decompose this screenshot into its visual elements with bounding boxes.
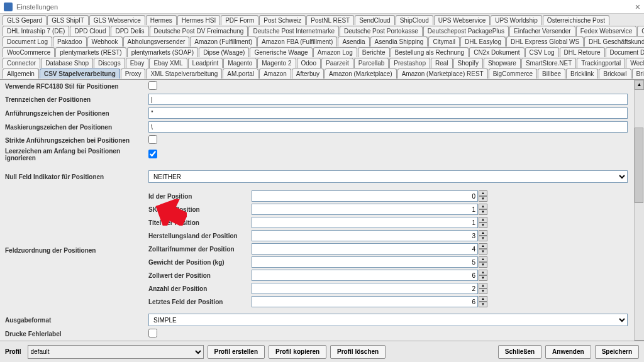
tab-einfacher-versender[interactable]: Einfacher Versender bbox=[509, 26, 575, 36]
tab-gls-webservice[interactable]: GLS Webservice bbox=[89, 15, 145, 25]
tab-dpd-cloud[interactable]: DPD Cloud bbox=[70, 26, 110, 36]
input-maskierung[interactable] bbox=[148, 121, 628, 133]
profil-select[interactable]: default bbox=[28, 345, 204, 359]
tab-bestellung-als-rechnung[interactable]: Bestellung als Rechnung bbox=[391, 47, 469, 57]
profil-kopieren-button[interactable]: Profil kopieren bbox=[269, 345, 326, 359]
spin-up-5[interactable]: ▲ bbox=[479, 256, 487, 262]
spin-up-3[interactable]: ▲ bbox=[479, 230, 487, 236]
tab-pdf-form[interactable]: PDF Form bbox=[221, 15, 258, 25]
tab-asendia-shipping[interactable]: Asendia Shipping bbox=[370, 36, 428, 47]
tab-proxy[interactable]: Proxy bbox=[121, 69, 146, 79]
tab-bigcommerce[interactable]: BigCommerce bbox=[489, 69, 537, 79]
spin-down-2[interactable]: ▼ bbox=[479, 222, 487, 228]
spin-down-4[interactable]: ▼ bbox=[479, 249, 487, 255]
tab-amazon-marketplace-rest[interactable]: Amazon (Marketplace) REST bbox=[397, 69, 488, 79]
tab-shopify[interactable]: Shopify bbox=[453, 58, 483, 68]
nested-input-4[interactable] bbox=[252, 243, 478, 255]
spin-down-8[interactable]: ▼ bbox=[479, 302, 487, 307]
nested-input-2[interactable] bbox=[252, 217, 478, 228]
tab-hermes[interactable]: Hermes bbox=[146, 15, 177, 25]
tab-prestashop[interactable]: Prestashop bbox=[389, 58, 430, 68]
tab-amazon[interactable]: Amazon bbox=[259, 69, 291, 79]
tab-dpd-delis[interactable]: DPD Delis bbox=[111, 26, 148, 36]
schliessen-button[interactable]: Schließen bbox=[498, 345, 541, 359]
tab-woocommerce[interactable]: WooCommerce bbox=[3, 47, 55, 57]
tab-amazon-log[interactable]: Amazon Log bbox=[313, 47, 357, 57]
tab-xml-stapelverarbeitung[interactable]: XML Stapelverarbeitung bbox=[146, 69, 222, 79]
tab-asendia[interactable]: Asendia bbox=[338, 36, 369, 47]
tab-dhl-easylog[interactable]: DHL Easylog bbox=[460, 36, 506, 47]
tab-brickscout[interactable]: Brickscout bbox=[632, 69, 644, 79]
tab-deutsche-post-dv-freimachung[interactable]: Deutsche Post DV Freimachung bbox=[150, 26, 248, 36]
tab-deutsche-post-internetmarke[interactable]: Deutsche Post Internetmarke bbox=[248, 26, 339, 36]
tab-gls-gepard[interactable]: GLS Gepard bbox=[3, 15, 47, 25]
tab-trackingportal[interactable]: Trackingportal bbox=[577, 58, 625, 68]
tab-csv-log[interactable]: CSV Log bbox=[525, 47, 559, 57]
tab-sendcloud[interactable]: SendCloud bbox=[355, 15, 394, 25]
tab-post-schweiz[interactable]: Post Schweiz bbox=[259, 15, 306, 25]
spin-down-3[interactable]: ▼ bbox=[479, 236, 487, 241]
tab-csv-stapelverarbeitung[interactable]: CSV Stapelverarbeitung bbox=[40, 69, 120, 79]
tab--sterreichische-post[interactable]: Österreichische Post bbox=[543, 15, 609, 25]
tab-gel-express[interactable]: GEL Express bbox=[637, 26, 644, 36]
tab-dhl-express-global-ws[interactable]: DHL Express Global WS bbox=[506, 36, 584, 47]
tab-shipcloud[interactable]: ShipCloud bbox=[396, 15, 433, 25]
tab-fedex-webservice[interactable]: Fedex Webservice bbox=[576, 26, 637, 36]
select-ausgabe[interactable]: SIMPLE bbox=[148, 314, 628, 326]
spin-up-4[interactable]: ▲ bbox=[479, 243, 487, 249]
tab-pakadoo[interactable]: Pakadoo bbox=[53, 36, 86, 47]
checkbox-rfc4180[interactable] bbox=[148, 81, 157, 90]
tab-dhl-intraship-7-de-[interactable]: DHL Intraship 7 (DE) bbox=[3, 26, 69, 36]
tab-allgemein[interactable]: Allgemein bbox=[3, 69, 39, 79]
nested-input-8[interactable] bbox=[252, 296, 478, 307]
tab-citymail[interactable]: Citymail bbox=[428, 36, 460, 47]
tab-document-downloader[interactable]: Document Downloader bbox=[606, 47, 644, 57]
nested-input-6[interactable] bbox=[252, 270, 478, 281]
speichern-button[interactable]: Speichern bbox=[595, 345, 639, 359]
spin-up-1[interactable]: ▲ bbox=[479, 204, 487, 209]
tab-connector[interactable]: Connector bbox=[3, 58, 40, 68]
vertical-scrollbar[interactable]: ▲ ▼ bbox=[634, 80, 644, 349]
tab-dhl-retoure[interactable]: DHL Retoure bbox=[560, 47, 605, 57]
profil-loeschen-button[interactable]: Profil löschen bbox=[330, 345, 386, 359]
tab-abholungsversender[interactable]: Abholungsversender bbox=[123, 36, 190, 47]
tab-billbee[interactable]: Billbee bbox=[538, 69, 565, 79]
nested-input-7[interactable] bbox=[252, 283, 478, 294]
tab-real[interactable]: Real bbox=[431, 58, 453, 68]
tab-postnl-rest[interactable]: PostNL REST bbox=[306, 15, 354, 25]
nested-input-5[interactable] bbox=[252, 256, 478, 268]
tab-discogs[interactable]: Discogs bbox=[94, 58, 125, 68]
anwenden-button[interactable]: Anwenden bbox=[545, 345, 591, 359]
tab-cn2x-dokument[interactable]: CN2x Dokument bbox=[469, 47, 524, 57]
tab-ebay-xml[interactable]: Ebay XML bbox=[149, 58, 187, 68]
tab-gls-shipit[interactable]: GLS ShipIT bbox=[47, 15, 89, 25]
spin-up-0[interactable]: ▲ bbox=[479, 190, 487, 196]
tab-berichte[interactable]: Berichte bbox=[358, 47, 390, 57]
tab-odoo[interactable]: Odoo bbox=[297, 58, 321, 68]
spin-down-1[interactable]: ▼ bbox=[479, 209, 487, 215]
tab-deutschepost-packageplus[interactable]: Deutschepost PackagePlus bbox=[423, 26, 509, 36]
tab-leadprint[interactable]: Leadprint bbox=[188, 58, 223, 68]
tab-deutsche-post-portokasse[interactable]: Deutsche Post Portokasse bbox=[340, 26, 423, 36]
checkbox-leerzeichen[interactable] bbox=[148, 150, 157, 158]
tab-magento-2[interactable]: Magento 2 bbox=[257, 58, 296, 68]
tab-weclapp[interactable]: Weclapp bbox=[626, 58, 644, 68]
nested-input-3[interactable] bbox=[252, 230, 478, 241]
tab-database-shop[interactable]: Database Shop bbox=[41, 58, 93, 68]
tab-paarzeit[interactable]: Paarzeit bbox=[321, 58, 353, 68]
tab-am-portal[interactable]: AM.portal bbox=[223, 69, 258, 79]
tab-plentymarkets-soap-[interactable]: plentymarkets (SOAP) bbox=[127, 47, 198, 57]
tab-ebay[interactable]: Ebay bbox=[126, 58, 149, 68]
tab-hermes-hsi[interactable]: Hermes HSI bbox=[177, 15, 220, 25]
tab-dhl-gesch-ftskundenversand[interactable]: DHL Geschäftskundenversand bbox=[584, 36, 644, 47]
tab-shopware[interactable]: Shopware bbox=[484, 58, 521, 68]
spin-down-6[interactable]: ▼ bbox=[479, 275, 487, 281]
spin-up-7[interactable]: ▲ bbox=[479, 283, 487, 288]
tab-document-log[interactable]: Document Log bbox=[3, 36, 52, 47]
tab-smartstore-net[interactable]: SmartStore.NET bbox=[521, 58, 576, 68]
tab-webhook[interactable]: Webhook bbox=[87, 36, 123, 47]
checkbox-strikte[interactable] bbox=[148, 135, 157, 144]
tab-ups-webservice[interactable]: UPS Webservice bbox=[434, 15, 490, 25]
spin-up-6[interactable]: ▲ bbox=[479, 270, 487, 275]
tab-afterbuy[interactable]: Afterbuy bbox=[292, 69, 324, 79]
